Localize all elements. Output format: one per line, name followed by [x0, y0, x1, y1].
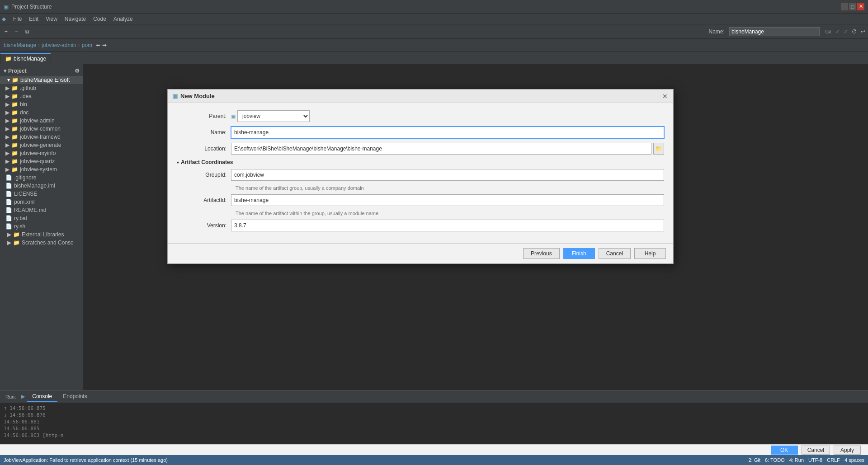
folder-expand-icon: ▶ — [5, 150, 9, 156]
name-row: Name: — [177, 127, 664, 138]
sidebar-item-jobview-generate[interactable]: ▶ 📁 jobview-generate — [0, 141, 83, 149]
sidebar-item-label: ry.sh — [14, 223, 25, 230]
console-line-4: 14:56:06.885 — [4, 425, 864, 432]
location-label: Location: — [177, 146, 231, 152]
version-field[interactable] — [231, 220, 664, 231]
sidebar-item-github[interactable]: ▶ 📁 .github — [0, 84, 83, 92]
sidebar-item-doc[interactable]: ▶ 📁 doc — [0, 108, 83, 117]
sidebar-item-rysh[interactable]: 📄 ry.sh — [0, 222, 83, 230]
status-spaces[interactable]: 4 spaces — [844, 457, 864, 463]
tab-bishemanage[interactable]: 📁 bisheManage — [0, 53, 51, 64]
menu-analyze[interactable]: Analyze — [110, 15, 137, 23]
artifact-section-header[interactable]: ▾ Artifact Coordinates — [177, 159, 664, 165]
dialog-close-button[interactable]: ✕ — [661, 93, 669, 100]
toolbar: + − ⧉ Name: Git: ✓ ✓ ⏱ ↩ — [0, 24, 868, 39]
console-line-2: ↓ 14:56:06.876 — [4, 412, 864, 418]
breadcrumb-item-1[interactable]: bisheManage — [4, 42, 36, 48]
run-icon: ▶ — [19, 394, 27, 399]
tab-bar: 📁 bisheManage — [0, 52, 868, 64]
sidebar-item-scratches[interactable]: ▶ 📁 Scratches and Conso — [0, 239, 83, 247]
help-button[interactable]: Help — [634, 248, 666, 259]
menu-navigate[interactable]: Navigate — [61, 15, 90, 23]
file-icon: 📄 — [5, 215, 12, 221]
toolbar-remove[interactable]: − — [12, 28, 21, 36]
sidebar-item-jobview-admin[interactable]: ▶ 📁 jobview-admin — [0, 117, 83, 125]
sidebar-item-pom[interactable]: 📄 pom.xml — [0, 198, 83, 206]
status-git[interactable]: 2: Git — [749, 457, 760, 463]
sidebar-item-jobview-myinfo[interactable]: ▶ 📁 jobview-myinfo — [0, 149, 83, 157]
ok-button[interactable]: OK — [771, 446, 798, 455]
close-button[interactable]: ✕ — [857, 3, 864, 10]
cancel-button[interactable]: Cancel — [599, 248, 631, 259]
location-field[interactable] — [231, 143, 651, 155]
status-linesep[interactable]: CRLF — [827, 457, 840, 463]
console-line-5: 14:56:06.903 [http-n — [4, 432, 864, 439]
toolbar-add[interactable]: + — [2, 28, 10, 36]
menu-file[interactable]: File — [9, 15, 25, 23]
artifactid-row: ArtifactId: — [177, 194, 664, 206]
groupid-field[interactable] — [231, 169, 664, 181]
file-icon: 📄 — [5, 207, 12, 213]
location-row: Location: 📁 — [177, 143, 664, 155]
parent-label: Parent: — [177, 113, 231, 119]
sidebar-item-jobview-quartz[interactable]: ▶ 📁 jobview-quartz — [0, 157, 83, 165]
parent-select[interactable]: jobview — [237, 110, 310, 122]
finish-button[interactable]: Finish — [563, 248, 595, 259]
sidebar-item-bishemanage[interactable]: ▾ 📁 bisheManage E:\soft — [0, 76, 83, 84]
sidebar-item-label: pom.xml — [14, 199, 34, 205]
bottom-cancel-button[interactable]: Cancel — [802, 446, 830, 455]
menu-code[interactable]: Code — [90, 15, 110, 23]
window-controls[interactable]: ─ □ ✕ — [841, 3, 864, 10]
sidebar-item-external-libs[interactable]: ▶ 📁 External Libraries — [0, 230, 83, 239]
status-todo[interactable]: 6: TODO — [765, 457, 785, 463]
toolbar-copy[interactable]: ⧉ — [23, 28, 32, 36]
maximize-button[interactable]: □ — [849, 3, 856, 10]
folder-icon: 📁 — [11, 158, 18, 164]
status-left: JobViewApplication: Failed to retrieve a… — [4, 457, 168, 463]
menu-bar: ◆ File Edit View Navigate Code Analyze — [0, 14, 868, 24]
sidebar-item-rybat[interactable]: 📄 ry.bat — [0, 214, 83, 222]
name-input[interactable] — [729, 27, 820, 36]
apply-button[interactable]: Apply — [834, 446, 861, 455]
folder-icon: 📁 — [11, 166, 18, 173]
previous-button[interactable]: Previous — [523, 248, 560, 259]
sidebar-item-bin[interactable]: ▶ 📁 bin — [0, 100, 83, 108]
artifactid-field[interactable] — [231, 194, 664, 206]
tab-endpoints[interactable]: Endpoints — [57, 391, 92, 402]
sidebar-item-bishemanage-iml[interactable]: 📄 bisheManage.iml — [0, 182, 83, 190]
file-icon: 📄 — [5, 183, 12, 189]
browse-button[interactable]: 📁 — [653, 143, 664, 155]
status-encoding[interactable]: UTF-8 — [808, 457, 822, 463]
breadcrumb-item-3[interactable]: pom — [82, 42, 92, 48]
folder-icon: 📁 — [11, 142, 18, 148]
sidebar-item-gitignore[interactable]: 📄 .gitignore — [0, 174, 83, 182]
sidebar-item-label: doc — [20, 109, 28, 116]
module-icon: ▣ — [172, 93, 178, 99]
file-icon: 📄 — [5, 174, 12, 181]
dialog-content: Parent: ▣ jobview Name: Location: — [168, 103, 673, 243]
name-field[interactable] — [231, 127, 664, 138]
menu-edit[interactable]: Edit — [25, 15, 42, 23]
sidebar-item-idea[interactable]: ▶ 📁 .idea — [0, 92, 83, 100]
section-collapse-icon: ▾ — [177, 160, 179, 165]
sidebar-item-readme[interactable]: 📄 README.md — [0, 206, 83, 214]
menu-view[interactable]: View — [42, 15, 61, 23]
sidebar-item-label: jobview-admin — [20, 117, 55, 124]
folder-icon: 📁 — [11, 109, 18, 116]
sidebar-collapse-icon[interactable]: ▾ — [4, 68, 6, 74]
sidebar-item-jobview-system[interactable]: ▶ 📁 jobview-system — [0, 165, 83, 174]
file-icon: 📄 — [5, 223, 12, 230]
file-icon: 📄 — [5, 191, 12, 197]
sidebar-item-license[interactable]: 📄 LICENSE — [0, 190, 83, 198]
folder-icon: 📁 — [11, 117, 18, 124]
minimize-button[interactable]: ─ — [841, 3, 848, 10]
sidebar-item-label: .gitignore — [14, 174, 36, 181]
sidebar-item-jobview-framewc[interactable]: ▶ 📁 jobview-framewc — [0, 133, 83, 141]
tab-console[interactable]: Console — [27, 391, 57, 402]
folder-expand-icon: ▶ — [5, 142, 9, 148]
sidebar-item-jobview-common[interactable]: ▶ 📁 jobview-common — [0, 125, 83, 133]
sidebar-item-label: bin — [20, 101, 27, 108]
sidebar-options-icon[interactable]: ⚙ — [75, 68, 80, 74]
breadcrumb-item-2[interactable]: jobview-admin — [42, 42, 76, 48]
status-run[interactable]: 4: Run — [789, 457, 804, 463]
